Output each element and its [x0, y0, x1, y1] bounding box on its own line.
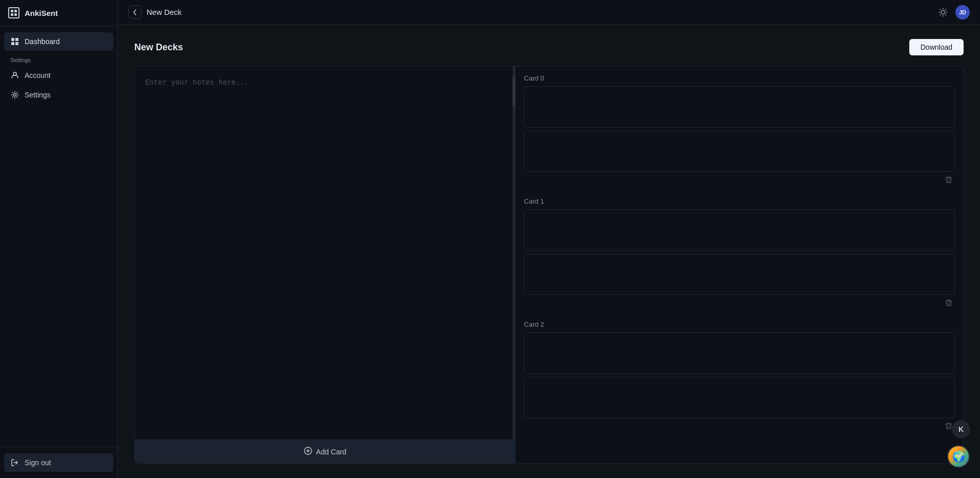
- card-block-0: Card 0: [524, 74, 955, 187]
- card-2-label: Card 2: [524, 321, 955, 328]
- account-label: Account: [25, 71, 51, 79]
- main-area: New Deck JD New Decks Download: [118, 0, 980, 478]
- card-1-delete-row: [524, 298, 955, 310]
- topbar-title: New Deck: [147, 8, 181, 16]
- card-block-2: Card 2: [524, 321, 955, 433]
- svg-rect-0: [11, 10, 13, 12]
- card-1-front-input[interactable]: [524, 209, 955, 251]
- sidebar-item-dashboard[interactable]: Dashboard: [4, 32, 113, 51]
- svg-point-9: [14, 94, 16, 96]
- topbar-left: New Deck: [128, 6, 181, 19]
- card-2-back-input[interactable]: [524, 377, 955, 419]
- card-2-front-input[interactable]: [524, 332, 955, 374]
- app-logo: AnkiSent: [0, 0, 117, 26]
- help-button[interactable]: K: [952, 421, 970, 438]
- back-button[interactable]: [128, 6, 141, 19]
- notes-panel: Add Card: [135, 66, 516, 463]
- svg-rect-2: [11, 13, 13, 16]
- card-0-back-input[interactable]: [524, 131, 955, 172]
- svg-rect-5: [15, 38, 18, 41]
- card-2-delete-row: [524, 421, 955, 433]
- content-header: New Decks Download: [134, 39, 964, 55]
- floating-avatar[interactable]: 🌍: [947, 445, 970, 468]
- card-0-delete-row: [524, 175, 955, 187]
- settings-icon: [10, 90, 19, 99]
- topbar: New Deck JD: [118, 0, 980, 25]
- card-0-label: Card 0: [524, 74, 955, 82]
- svg-rect-3: [14, 13, 17, 16]
- scroll-thumb: [513, 76, 515, 107]
- theme-toggle-button[interactable]: [936, 5, 950, 19]
- sidebar-bottom: Sign out: [0, 447, 117, 478]
- add-card-button[interactable]: Add Card: [135, 440, 515, 463]
- notes-scroll-area: [135, 66, 515, 440]
- add-card-icon: [304, 447, 312, 456]
- deck-layout: Add Card Card 0: [134, 66, 964, 464]
- add-card-label: Add Card: [316, 448, 346, 456]
- topbar-right: JD: [936, 5, 970, 19]
- card-0-front-input[interactable]: [524, 86, 955, 128]
- sign-out-label: Sign out: [25, 459, 51, 467]
- page-title: New Decks: [134, 42, 183, 53]
- svg-rect-4: [11, 38, 14, 41]
- sign-out-icon: [10, 458, 19, 467]
- download-button[interactable]: Download: [909, 39, 964, 55]
- logo-icon: [8, 7, 19, 18]
- sign-out-button[interactable]: Sign out: [4, 453, 113, 472]
- card-0-delete-button[interactable]: [943, 175, 955, 187]
- card-block-1: Card 1: [524, 197, 955, 310]
- help-icon: K: [958, 425, 964, 433]
- svg-rect-7: [15, 42, 18, 45]
- content-area: New Decks Download: [118, 25, 980, 478]
- scroll-indicator: [513, 66, 515, 440]
- svg-rect-1: [14, 10, 17, 12]
- account-icon: [10, 71, 19, 80]
- app-name: AnkiSent: [25, 9, 58, 17]
- settings-label: Settings: [25, 91, 51, 99]
- card-1-delete-button[interactable]: [943, 298, 955, 310]
- user-avatar[interactable]: JD: [955, 5, 970, 19]
- notes-input[interactable]: [135, 66, 515, 440]
- svg-point-8: [13, 72, 16, 75]
- card-1-back-input[interactable]: [524, 254, 955, 295]
- dashboard-icon: [10, 37, 19, 46]
- sidebar: AnkiSent Dashboard Settings Ac: [0, 0, 118, 478]
- sidebar-nav: Dashboard Settings Account Settings: [0, 26, 117, 447]
- cards-panel: Card 0 Card 1: [516, 66, 963, 463]
- sidebar-item-account[interactable]: Account: [4, 66, 113, 85]
- svg-point-10: [942, 10, 945, 14]
- svg-rect-6: [11, 42, 14, 45]
- sidebar-item-settings[interactable]: Settings: [4, 86, 113, 104]
- card-1-label: Card 1: [524, 197, 955, 205]
- floating-avatar-image: 🌍: [948, 446, 969, 467]
- settings-section-label: Settings: [4, 52, 113, 66]
- dashboard-label: Dashboard: [25, 37, 60, 46]
